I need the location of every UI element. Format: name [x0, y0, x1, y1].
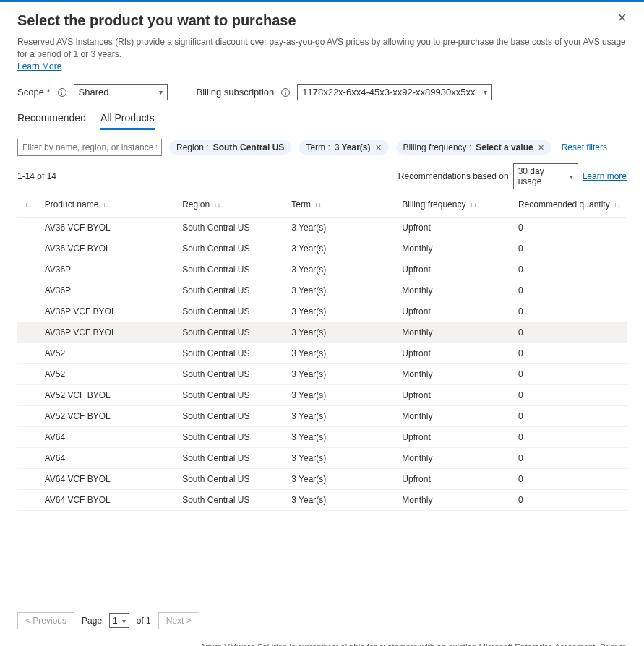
page-select[interactable]: 1 ▾: [109, 613, 129, 628]
cell-qty: 0: [512, 406, 627, 427]
table-row[interactable]: AV36PSouth Central US3 Year(s)Monthly0: [17, 280, 627, 301]
col-product-name[interactable]: Product name ↑↓: [39, 192, 177, 218]
cell-bill: Monthly: [396, 364, 512, 385]
cell-term: 3 Year(s): [285, 385, 396, 406]
table-row[interactable]: AV52South Central US3 Year(s)Upfront0: [17, 343, 627, 364]
cell-qty: 0: [512, 364, 627, 385]
row-sort-header[interactable]: ↑↓: [17, 192, 39, 218]
table-row[interactable]: AV64 VCF BYOLSouth Central US3 Year(s)Mo…: [17, 490, 627, 511]
sort-icon: ↑↓: [314, 201, 322, 209]
billing-label: Billing subscription: [197, 87, 275, 98]
cell-region: South Central US: [176, 218, 285, 238]
cell-region: South Central US: [176, 448, 285, 469]
pill-value: South Central US: [213, 142, 285, 152]
tab-recommended[interactable]: Recommended: [17, 108, 86, 130]
pill-prefix: Billing frequency :: [403, 142, 472, 152]
table-row[interactable]: AV36P VCF BYOLSouth Central US3 Year(s)M…: [17, 322, 627, 343]
cell-bill: Upfront: [396, 385, 512, 406]
tab-all-products[interactable]: All Products: [100, 108, 155, 130]
cell-region: South Central US: [176, 259, 285, 280]
table-row[interactable]: AV36 VCF BYOLSouth Central US3 Year(s)Mo…: [17, 238, 627, 259]
cell-qty: 0: [512, 343, 627, 364]
reset-filters-link[interactable]: Reset filters: [562, 142, 607, 152]
cell-region: South Central US: [176, 385, 285, 406]
billing-value: 1178x22x-6xx4-45x3-xx92-xx89930xx5xx: [302, 87, 475, 98]
cell-name: AV36P: [39, 259, 177, 280]
cell-bill: Monthly: [396, 238, 512, 259]
close-icon[interactable]: ✕: [617, 12, 627, 24]
cell-bill: Upfront: [396, 469, 512, 490]
cell-term: 3 Year(s): [285, 218, 396, 238]
usage-select[interactable]: 30 day usage ▾: [513, 163, 578, 189]
table-row[interactable]: AV52 VCF BYOLSouth Central US3 Year(s)Up…: [17, 385, 627, 406]
cell-name: AV36 VCF BYOL: [39, 238, 177, 259]
filter-pill-term[interactable]: Term : 3 Year(s) ✕: [299, 140, 388, 155]
cell-name: AV36 VCF BYOL: [39, 218, 177, 238]
table-row[interactable]: AV36 VCF BYOLSouth Central US3 Year(s)Up…: [17, 218, 627, 238]
col-billing-frequency[interactable]: Billing frequency ↑↓: [396, 192, 512, 218]
next-button[interactable]: Next >: [158, 612, 199, 629]
cell-name: AV64 VCF BYOL: [39, 469, 177, 490]
pill-clear-icon[interactable]: ✕: [538, 143, 544, 152]
cell-qty: 0: [512, 427, 627, 448]
col-term[interactable]: Term ↑↓: [285, 192, 396, 218]
page-label: Page: [82, 616, 102, 626]
footer-note: Azure VMware Solution is currently avail…: [179, 641, 627, 646]
col-label: Billing frequency: [402, 199, 465, 210]
filter-pill-region[interactable]: Region : South Central US: [169, 140, 291, 155]
cell-qty: 0: [512, 448, 627, 469]
cell-qty: 0: [512, 490, 627, 511]
col-region[interactable]: Region ↑↓: [176, 192, 285, 218]
cell-term: 3 Year(s): [285, 469, 396, 490]
learn-more-link[interactable]: Learn more: [583, 171, 627, 181]
learn-more-link[interactable]: Learn More: [17, 61, 61, 72]
cell-name: AV64 VCF BYOL: [39, 490, 177, 511]
cell-region: South Central US: [176, 322, 285, 343]
cell-qty: 0: [512, 218, 627, 238]
usage-value: 30 day usage: [518, 166, 570, 186]
scope-value: Shared: [79, 87, 109, 98]
table-row[interactable]: AV64 VCF BYOLSouth Central US3 Year(s)Up…: [17, 469, 627, 490]
filter-input[interactable]: [17, 139, 162, 156]
cell-region: South Central US: [176, 490, 285, 511]
cell-bill: Upfront: [396, 218, 512, 238]
cell-term: 3 Year(s): [285, 301, 396, 322]
cell-region: South Central US: [176, 427, 285, 448]
table-row[interactable]: AV52 VCF BYOLSouth Central US3 Year(s)Mo…: [17, 406, 627, 427]
cell-name: AV52: [39, 343, 177, 364]
cell-region: South Central US: [176, 469, 285, 490]
table-row[interactable]: AV52South Central US3 Year(s)Monthly0: [17, 364, 627, 385]
cell-region: South Central US: [176, 301, 285, 322]
filter-pill-frequency[interactable]: Billing frequency : Select a value ✕: [396, 140, 551, 155]
pill-prefix: Region :: [176, 142, 209, 152]
table-row[interactable]: AV36PSouth Central US3 Year(s)Upfront0: [17, 259, 627, 280]
table-row[interactable]: AV64South Central US3 Year(s)Upfront0: [17, 427, 627, 448]
sort-icon: ↑↓: [470, 201, 477, 209]
info-icon[interactable]: i: [281, 88, 290, 97]
page-of: of 1: [137, 616, 151, 626]
intro-text: Reserved AVS Instances (RIs) provide a s…: [17, 36, 627, 72]
table-row[interactable]: AV64South Central US3 Year(s)Monthly0: [17, 448, 627, 469]
pill-value: 3 Year(s): [335, 142, 371, 152]
sort-icon: ↑↓: [25, 201, 32, 209]
cell-qty: 0: [512, 322, 627, 343]
previous-button[interactable]: < Previous: [17, 612, 74, 629]
cell-bill: Monthly: [396, 406, 512, 427]
cell-name: AV64: [39, 448, 177, 469]
cell-term: 3 Year(s): [285, 238, 396, 259]
table-row[interactable]: AV36P VCF BYOLSouth Central US3 Year(s)U…: [17, 301, 627, 322]
info-icon[interactable]: i: [58, 88, 66, 97]
cell-term: 3 Year(s): [285, 490, 396, 511]
cell-qty: 0: [512, 280, 627, 301]
chevron-down-icon: ▾: [122, 617, 126, 625]
cell-term: 3 Year(s): [285, 322, 396, 343]
cell-qty: 0: [512, 469, 627, 490]
cell-name: AV52 VCF BYOL: [39, 385, 177, 406]
col-recommended-qty[interactable]: Recommended quantity ↑↓: [512, 192, 627, 218]
pill-clear-icon[interactable]: ✕: [375, 143, 382, 152]
cell-qty: 0: [512, 301, 627, 322]
cell-term: 3 Year(s): [285, 259, 396, 280]
scope-select[interactable]: Shared ▾: [74, 84, 168, 100]
billing-subscription-select[interactable]: 1178x22x-6xx4-45x3-xx92-xx89930xx5xx ▾: [297, 84, 492, 100]
sort-icon: ↑↓: [614, 201, 621, 209]
